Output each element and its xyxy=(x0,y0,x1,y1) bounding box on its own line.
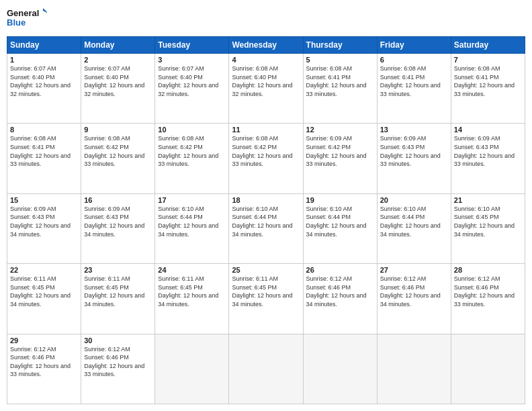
day-cell: 5 Sunrise: 6:08 AM Sunset: 6:41 PM Dayli… xyxy=(303,54,377,124)
day-info: Sunrise: 6:09 AM Sunset: 6:43 PM Dayligh… xyxy=(84,205,152,238)
day-cell: 8 Sunrise: 6:08 AM Sunset: 6:41 PM Dayli… xyxy=(7,124,81,193)
logo: General Blue xyxy=(7,7,47,31)
logo-svg: General Blue xyxy=(7,7,47,31)
day-cell xyxy=(303,334,377,404)
day-cell: 3 Sunrise: 6:07 AM Sunset: 6:40 PM Dayli… xyxy=(155,54,229,124)
day-number: 7 xyxy=(454,56,522,64)
day-cell: 27 Sunrise: 6:12 AM Sunset: 6:46 PM Dayl… xyxy=(377,264,451,334)
calendar-table: SundayMondayTuesdayWednesdayThursdayFrid… xyxy=(7,36,525,404)
day-cell xyxy=(451,334,525,404)
day-info: Sunrise: 6:08 AM Sunset: 6:41 PM Dayligh… xyxy=(306,64,374,98)
day-info: Sunrise: 6:09 AM Sunset: 6:43 PM Dayligh… xyxy=(10,205,78,238)
day-info: Sunrise: 6:07 AM Sunset: 6:40 PM Dayligh… xyxy=(84,64,152,98)
day-info: Sunrise: 6:08 AM Sunset: 6:41 PM Dayligh… xyxy=(454,64,522,98)
day-cell: 6 Sunrise: 6:08 AM Sunset: 6:41 PM Dayli… xyxy=(377,54,451,124)
day-number: 8 xyxy=(10,126,78,134)
day-number: 14 xyxy=(454,126,522,134)
day-info: Sunrise: 6:12 AM Sunset: 6:46 PM Dayligh… xyxy=(10,345,78,379)
day-number: 26 xyxy=(306,266,374,274)
svg-text:General: General xyxy=(7,8,39,18)
svg-text:Blue: Blue xyxy=(7,17,26,28)
day-cell: 21 Sunrise: 6:10 AM Sunset: 6:45 PM Dayl… xyxy=(451,193,525,263)
day-number: 22 xyxy=(10,266,78,274)
day-cell: 19 Sunrise: 6:10 AM Sunset: 6:44 PM Dayl… xyxy=(303,193,377,263)
day-info: Sunrise: 6:08 AM Sunset: 6:42 PM Dayligh… xyxy=(158,134,226,168)
day-info: Sunrise: 6:11 AM Sunset: 6:45 PM Dayligh… xyxy=(84,275,152,308)
calendar-body: 1 Sunrise: 6:07 AM Sunset: 6:40 PM Dayli… xyxy=(7,54,525,404)
calendar-header-row: SundayMondayTuesdayWednesdayThursdayFrid… xyxy=(7,37,525,54)
day-number: 28 xyxy=(454,266,522,274)
day-number: 15 xyxy=(10,196,78,204)
header-tuesday: Tuesday xyxy=(155,37,229,54)
day-info: Sunrise: 6:12 AM Sunset: 6:46 PM Dayligh… xyxy=(84,345,152,379)
day-number: 4 xyxy=(232,56,300,64)
day-cell: 1 Sunrise: 6:07 AM Sunset: 6:40 PM Dayli… xyxy=(7,54,81,124)
day-info: Sunrise: 6:08 AM Sunset: 6:41 PM Dayligh… xyxy=(10,134,78,168)
day-number: 1 xyxy=(10,56,78,64)
day-cell: 18 Sunrise: 6:10 AM Sunset: 6:44 PM Dayl… xyxy=(229,193,303,263)
day-cell: 30 Sunrise: 6:12 AM Sunset: 6:46 PM Dayl… xyxy=(81,334,155,404)
page: General Blue SundayMondayTuesdayWednesda… xyxy=(0,0,532,411)
week-row-4: 22 Sunrise: 6:11 AM Sunset: 6:45 PM Dayl… xyxy=(7,264,525,334)
day-info: Sunrise: 6:09 AM Sunset: 6:43 PM Dayligh… xyxy=(454,134,522,168)
header-thursday: Thursday xyxy=(303,37,377,54)
day-info: Sunrise: 6:12 AM Sunset: 6:46 PM Dayligh… xyxy=(380,275,448,308)
day-number: 2 xyxy=(84,56,152,64)
day-number: 17 xyxy=(158,196,226,204)
day-cell: 12 Sunrise: 6:09 AM Sunset: 6:42 PM Dayl… xyxy=(303,124,377,193)
day-number: 6 xyxy=(380,56,448,64)
day-number: 30 xyxy=(84,336,152,345)
day-cell: 20 Sunrise: 6:10 AM Sunset: 6:44 PM Dayl… xyxy=(377,193,451,263)
day-cell: 9 Sunrise: 6:08 AM Sunset: 6:42 PM Dayli… xyxy=(81,124,155,193)
day-info: Sunrise: 6:08 AM Sunset: 6:42 PM Dayligh… xyxy=(232,134,300,168)
day-info: Sunrise: 6:07 AM Sunset: 6:40 PM Dayligh… xyxy=(10,64,78,98)
day-number: 24 xyxy=(158,266,226,274)
day-cell: 26 Sunrise: 6:12 AM Sunset: 6:46 PM Dayl… xyxy=(303,264,377,334)
day-cell: 10 Sunrise: 6:08 AM Sunset: 6:42 PM Dayl… xyxy=(155,124,229,193)
day-number: 9 xyxy=(84,126,152,134)
day-cell: 11 Sunrise: 6:08 AM Sunset: 6:42 PM Dayl… xyxy=(229,124,303,193)
day-cell xyxy=(229,334,303,404)
day-cell: 14 Sunrise: 6:09 AM Sunset: 6:43 PM Dayl… xyxy=(451,124,525,193)
day-info: Sunrise: 6:11 AM Sunset: 6:45 PM Dayligh… xyxy=(232,275,300,308)
day-info: Sunrise: 6:09 AM Sunset: 6:43 PM Dayligh… xyxy=(380,134,448,168)
day-number: 19 xyxy=(306,196,374,204)
header-friday: Friday xyxy=(377,37,451,54)
day-info: Sunrise: 6:12 AM Sunset: 6:46 PM Dayligh… xyxy=(306,275,374,308)
day-cell: 22 Sunrise: 6:11 AM Sunset: 6:45 PM Dayl… xyxy=(7,264,81,334)
day-cell xyxy=(377,334,451,404)
header: General Blue xyxy=(7,7,525,31)
day-info: Sunrise: 6:08 AM Sunset: 6:40 PM Dayligh… xyxy=(232,64,300,98)
day-cell: 17 Sunrise: 6:10 AM Sunset: 6:44 PM Dayl… xyxy=(155,193,229,263)
day-number: 21 xyxy=(454,196,522,204)
day-info: Sunrise: 6:10 AM Sunset: 6:44 PM Dayligh… xyxy=(380,205,448,238)
day-cell: 13 Sunrise: 6:09 AM Sunset: 6:43 PM Dayl… xyxy=(377,124,451,193)
day-cell: 23 Sunrise: 6:11 AM Sunset: 6:45 PM Dayl… xyxy=(81,264,155,334)
day-cell: 16 Sunrise: 6:09 AM Sunset: 6:43 PM Dayl… xyxy=(81,193,155,263)
day-number: 29 xyxy=(10,336,78,345)
day-info: Sunrise: 6:08 AM Sunset: 6:42 PM Dayligh… xyxy=(84,134,152,168)
day-number: 3 xyxy=(158,56,226,64)
header-wednesday: Wednesday xyxy=(229,37,303,54)
week-row-5: 29 Sunrise: 6:12 AM Sunset: 6:46 PM Dayl… xyxy=(7,334,525,404)
day-info: Sunrise: 6:07 AM Sunset: 6:40 PM Dayligh… xyxy=(158,64,226,98)
day-number: 27 xyxy=(380,266,448,274)
day-cell xyxy=(155,334,229,404)
day-number: 25 xyxy=(232,266,300,274)
day-cell: 2 Sunrise: 6:07 AM Sunset: 6:40 PM Dayli… xyxy=(81,54,155,124)
svg-marker-2 xyxy=(43,8,47,13)
day-number: 5 xyxy=(306,56,374,64)
day-cell: 4 Sunrise: 6:08 AM Sunset: 6:40 PM Dayli… xyxy=(229,54,303,124)
day-number: 23 xyxy=(84,266,152,274)
day-info: Sunrise: 6:09 AM Sunset: 6:42 PM Dayligh… xyxy=(306,134,374,168)
header-monday: Monday xyxy=(81,37,155,54)
day-cell: 7 Sunrise: 6:08 AM Sunset: 6:41 PM Dayli… xyxy=(451,54,525,124)
day-info: Sunrise: 6:10 AM Sunset: 6:45 PM Dayligh… xyxy=(454,205,522,238)
day-cell: 28 Sunrise: 6:12 AM Sunset: 6:46 PM Dayl… xyxy=(451,264,525,334)
day-info: Sunrise: 6:10 AM Sunset: 6:44 PM Dayligh… xyxy=(232,205,300,238)
day-info: Sunrise: 6:11 AM Sunset: 6:45 PM Dayligh… xyxy=(10,275,78,308)
day-number: 12 xyxy=(306,126,374,134)
week-row-3: 15 Sunrise: 6:09 AM Sunset: 6:43 PM Dayl… xyxy=(7,193,525,263)
day-cell: 25 Sunrise: 6:11 AM Sunset: 6:45 PM Dayl… xyxy=(229,264,303,334)
day-number: 20 xyxy=(380,196,448,204)
